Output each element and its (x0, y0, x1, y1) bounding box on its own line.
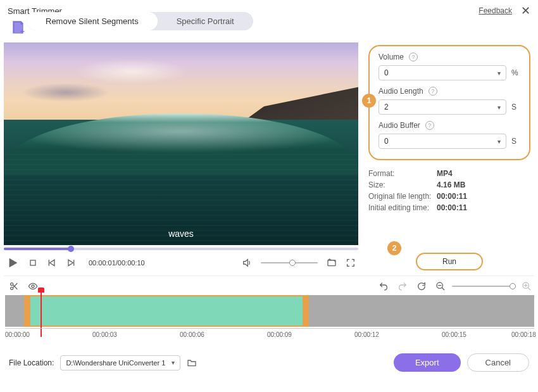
audio-settings-panel: 1 Volume? 0▾ % Audio Length? 2▾ S Audio … (368, 45, 530, 160)
svg-point-5 (11, 287, 13, 289)
svg-point-7 (32, 285, 34, 288)
format-value: MP4 (437, 169, 453, 178)
feedback-link[interactable]: Feedback (479, 6, 512, 15)
tab-specific-portrait[interactable]: Specific Portrait (158, 12, 253, 30)
cut-icon[interactable] (9, 281, 19, 291)
prev-frame-icon[interactable] (47, 258, 57, 268)
scrub-bar[interactable] (4, 248, 358, 250)
zoom-slider[interactable] (452, 286, 515, 287)
stop-icon[interactable] (28, 258, 38, 268)
scrub-handle[interactable] (68, 246, 74, 252)
chevron-down-icon: ▾ (497, 70, 501, 77)
volume-icon[interactable] (242, 258, 252, 268)
svg-line-10 (442, 288, 444, 290)
reset-icon[interactable] (416, 281, 427, 291)
svg-point-6 (11, 283, 13, 286)
file-info: Format:MP4 Size:4.16 MB Original file le… (368, 169, 530, 212)
cancel-button[interactable]: Cancel (467, 353, 529, 372)
annotation-badge-2: 2 (387, 241, 401, 255)
audio-length-unit: S (511, 103, 520, 111)
volume-label: Volume (378, 53, 404, 61)
clip-handle-right[interactable] (303, 296, 309, 326)
edit-time-value: 00:00:11 (437, 203, 467, 212)
audio-length-select[interactable]: 2▾ (378, 99, 506, 115)
svg-line-14 (528, 288, 530, 290)
export-button[interactable]: Export (394, 353, 461, 372)
svg-rect-1 (30, 260, 35, 265)
run-button[interactable]: Run (416, 253, 483, 270)
audio-buffer-select[interactable]: 0▾ (378, 134, 506, 149)
audio-buffer-label: Audio Buffer (378, 121, 420, 130)
caption-text: waves (168, 229, 194, 239)
chevron-down-icon: ▾ (497, 138, 501, 145)
chevron-down-icon: ▾ (172, 359, 175, 366)
orig-length-value: 00:00:11 (437, 192, 467, 201)
timeline-clip[interactable] (24, 295, 309, 327)
visibility-icon[interactable] (28, 281, 38, 291)
play-icon[interactable] (6, 256, 19, 269)
fullscreen-icon[interactable] (346, 258, 356, 268)
help-icon[interactable]: ? (409, 53, 418, 61)
chevron-down-icon: ▾ (497, 104, 501, 111)
help-icon[interactable]: ? (425, 121, 434, 130)
video-preview[interactable]: waves (4, 42, 358, 245)
app-logo-icon: + (10, 19, 27, 37)
volume-slider[interactable] (261, 262, 318, 263)
timeline-track[interactable] (5, 295, 534, 327)
audio-length-label: Audio Length (378, 87, 423, 96)
file-location-select[interactable]: D:\Wondershare UniConverter 1▾ (60, 355, 180, 370)
close-icon[interactable]: ✕ (521, 4, 530, 18)
volume-select[interactable]: 0▾ (378, 65, 506, 80)
tab-remove-silent[interactable]: Remove Silent Segments (27, 12, 158, 30)
annotation-badge-1: 1 (362, 94, 376, 108)
volume-unit: % (511, 68, 520, 77)
undo-icon[interactable] (378, 281, 389, 291)
file-location-label: File Location: (9, 358, 54, 367)
next-frame-icon[interactable] (66, 258, 76, 268)
svg-text:+: + (20, 27, 25, 35)
redo-icon[interactable] (397, 281, 408, 291)
clip-handle-left[interactable] (24, 296, 30, 326)
playback-time: 00:00:01/00:00:10 (89, 259, 145, 267)
time-ruler: 00:00:00 00:00:03 00:00:06 00:00:09 00:0… (5, 328, 534, 341)
folder-icon[interactable] (187, 358, 197, 368)
help-icon[interactable]: ? (429, 87, 437, 96)
snapshot-icon[interactable] (327, 258, 337, 268)
audio-buffer-unit: S (511, 137, 520, 146)
zoom-in-icon[interactable] (522, 281, 532, 291)
size-value: 4.16 MB (437, 180, 465, 189)
zoom-out-icon[interactable] (435, 281, 446, 291)
mode-tabs: Remove Silent Segments Specific Portrait (27, 12, 253, 30)
